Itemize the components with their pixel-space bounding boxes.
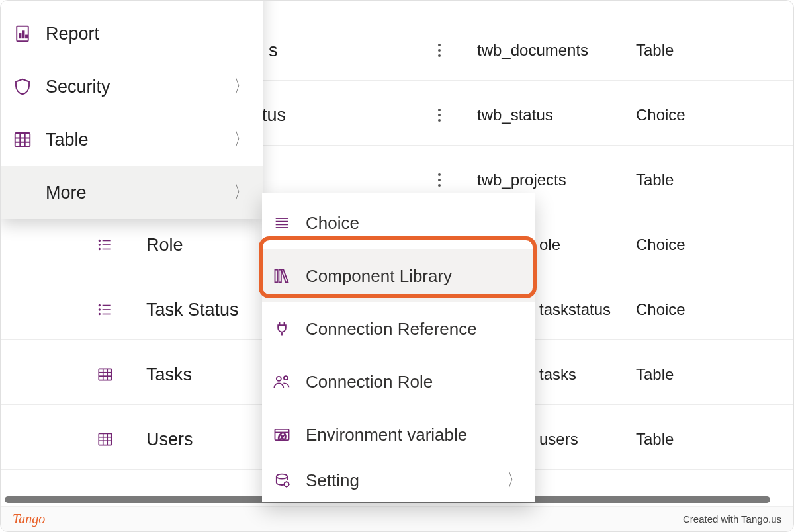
- svg-text:(x): (x): [278, 433, 286, 441]
- menu-item-more[interactable]: More 〉: [1, 166, 263, 219]
- cell-display: Users: [146, 429, 193, 450]
- library-icon: [262, 267, 302, 285]
- cell-display-fragment: tus: [262, 105, 286, 126]
- footer-credit: Created with Tango.us: [683, 513, 781, 525]
- submenu-label: Connection Role: [302, 372, 433, 392]
- chevron-right-icon: 〉: [234, 180, 248, 206]
- submenu-label: Environment variable: [302, 425, 467, 445]
- cell-name: twb_status: [477, 106, 553, 124]
- plug-icon: [262, 320, 302, 338]
- cell-type: Table: [636, 171, 674, 189]
- menu-label: Report: [44, 24, 99, 44]
- cell-name-fragment: ole: [539, 236, 560, 254]
- people-icon: [262, 373, 302, 391]
- menu-item-security[interactable]: Security 〉: [1, 60, 263, 113]
- svg-point-41: [284, 376, 288, 380]
- submenu-item-setting[interactable]: Setting 〉: [262, 461, 535, 500]
- cell-name-fragment: tasks: [539, 365, 576, 384]
- svg-point-9: [99, 305, 100, 306]
- cell-name-fragment: users: [539, 430, 578, 449]
- more-icon: [431, 109, 447, 122]
- shield-icon: [1, 77, 44, 97]
- variable-icon: (x): [262, 425, 302, 444]
- chevron-right-icon: 〉: [234, 74, 248, 100]
- submenu-item-choice[interactable]: Choice: [262, 197, 535, 249]
- svg-point-5: [99, 249, 100, 250]
- submenu-label: Choice: [302, 213, 359, 234]
- cell-name-fragment: taskstatus: [539, 300, 611, 319]
- cell-display: Tasks: [146, 365, 192, 385]
- cell-display: Role: [146, 235, 183, 255]
- menu-item-table[interactable]: Table 〉: [1, 113, 263, 166]
- menu-label: Table: [44, 130, 89, 150]
- cell-name: twb_documents: [477, 41, 588, 60]
- menu-item-dashboard[interactable]: Dashboard 〉: [1, 0, 263, 7]
- row-actions[interactable]: [431, 109, 447, 122]
- svg-rect-27: [22, 31, 24, 38]
- list-icon: [92, 236, 118, 253]
- chevron-right-icon: 〉: [234, 127, 248, 153]
- more-icon: [431, 173, 447, 187]
- cell-name: twb_projects: [477, 171, 566, 189]
- svg-rect-17: [99, 433, 112, 445]
- cell-type: Table: [636, 365, 674, 384]
- app-frame: s twb_documents Table tus twb_status Cho…: [0, 0, 794, 532]
- choice-icon: [262, 214, 302, 232]
- chevron-right-icon: 〉: [507, 468, 521, 494]
- submenu-label: Component Library: [302, 266, 452, 287]
- submenu-item-component-library[interactable]: Component Library: [262, 249, 535, 302]
- setting-icon: [262, 471, 302, 490]
- svg-rect-28: [26, 36, 28, 38]
- submenu-item-connection-role[interactable]: Connection Role: [262, 355, 535, 408]
- table-icon: [92, 431, 118, 448]
- menu-item-report[interactable]: Report: [1, 7, 263, 60]
- svg-point-40: [277, 377, 281, 381]
- cell-type: Choice: [636, 300, 685, 319]
- cell-display: Task Status: [146, 300, 239, 320]
- submenu-label: Setting: [302, 470, 359, 491]
- row-actions[interactable]: [431, 44, 447, 57]
- svg-point-11: [99, 314, 100, 315]
- tango-brand: Tango: [13, 511, 45, 527]
- svg-rect-39: [279, 270, 281, 283]
- submenu-label: Connection Reference: [302, 319, 477, 339]
- report-icon: [1, 24, 44, 44]
- svg-rect-29: [15, 133, 30, 146]
- more-icon: [431, 44, 447, 57]
- row-actions[interactable]: [431, 173, 447, 187]
- svg-point-4: [99, 244, 100, 245]
- menu-label: Security: [44, 77, 110, 97]
- svg-point-3: [99, 240, 100, 242]
- svg-rect-12: [99, 369, 112, 380]
- submenu-item-environment-variable[interactable]: (x) Environment variable: [262, 408, 535, 461]
- table-icon: [1, 130, 44, 150]
- list-icon: [92, 301, 118, 318]
- cell-display-fragment: s: [269, 40, 278, 61]
- cell-type: Table: [636, 430, 674, 449]
- context-menu: Dashboard 〉 Report Security 〉 T: [1, 0, 263, 219]
- svg-point-45: [277, 474, 287, 479]
- cell-type: Choice: [636, 106, 685, 124]
- footer: Tango Created with Tango.us: [1, 506, 793, 531]
- svg-rect-38: [275, 270, 278, 283]
- svg-rect-26: [19, 34, 21, 38]
- cell-type: Choice: [636, 236, 685, 254]
- svg-point-10: [99, 309, 100, 310]
- submenu-item-connection-reference[interactable]: Connection Reference: [262, 302, 535, 355]
- menu-label: More: [44, 183, 87, 203]
- content-area: s twb_documents Table tus twb_status Cho…: [1, 1, 793, 506]
- cell-type: Table: [636, 41, 674, 60]
- submenu-more: Choice Component Library Connection Refe…: [262, 193, 535, 502]
- table-icon: [92, 366, 118, 383]
